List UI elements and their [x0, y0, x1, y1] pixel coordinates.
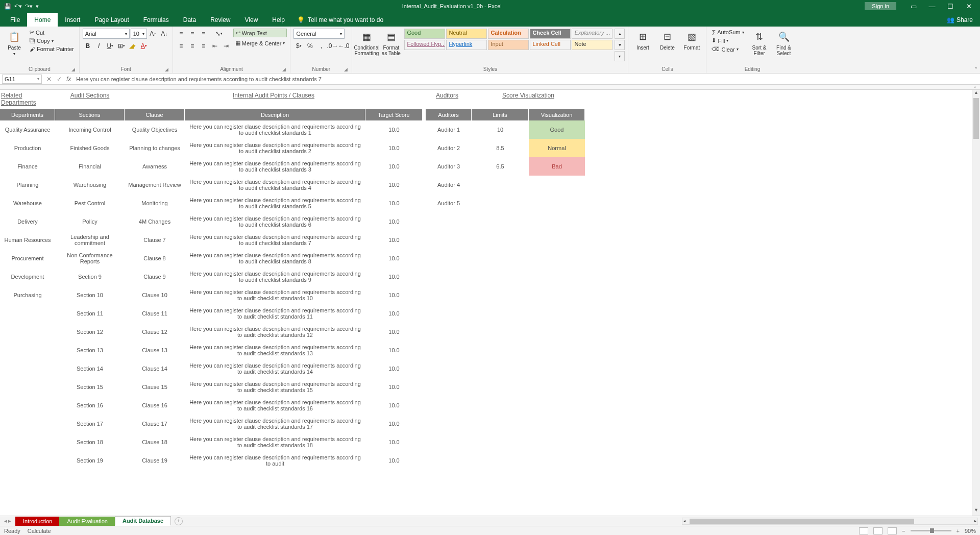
- vertical-scrollbar[interactable]: ▲ ▼: [972, 90, 980, 516]
- tab-home[interactable]: Home: [27, 13, 58, 27]
- increase-decimal-icon[interactable]: .0→: [327, 41, 337, 51]
- cell-section[interactable]: Warehousing: [55, 176, 125, 194]
- view-normal-icon[interactable]: [859, 527, 868, 534]
- cell-section[interactable]: Section 12: [55, 323, 125, 341]
- tab-help[interactable]: Help: [265, 13, 292, 27]
- table-row[interactable]: Section 12Clause 12Here you can register…: [0, 323, 980, 341]
- table-row[interactable]: Quality AssuranceIncoming ControlQuality…: [0, 120, 980, 139]
- zoom-out-icon[interactable]: −: [902, 528, 905, 534]
- number-format-combo[interactable]: General▾: [293, 29, 345, 39]
- underline-button[interactable]: U▾: [105, 41, 115, 51]
- copy-button[interactable]: ⿻Copy▾: [28, 37, 76, 44]
- table-row[interactable]: Section 18Clause 18Here you can register…: [0, 433, 980, 451]
- cell-target[interactable]: 10.0: [365, 212, 423, 231]
- table-row[interactable]: FinanceFinancialAwarnessHere you can reg…: [0, 157, 980, 176]
- style-linked-cell[interactable]: Linked Cell: [530, 40, 571, 50]
- cell-visualization[interactable]: [529, 451, 585, 470]
- cell-limit[interactable]: [472, 249, 529, 268]
- align-left-icon[interactable]: ≡: [176, 41, 186, 51]
- table-row[interactable]: ProcurementNon Conformance ReportsClause…: [0, 249, 980, 268]
- border-button[interactable]: ⊞▾: [116, 41, 127, 51]
- cell-description[interactable]: Here you can register clause description…: [185, 176, 365, 194]
- cell-limit[interactable]: [472, 286, 529, 304]
- sign-in-button[interactable]: Sign in: [865, 2, 896, 10]
- cell-auditor[interactable]: [426, 212, 472, 231]
- cell-clause[interactable]: Clause 15: [125, 378, 185, 396]
- cell-auditor[interactable]: [426, 341, 472, 359]
- style-good[interactable]: Good: [404, 29, 445, 39]
- cell-clause[interactable]: Clause 10: [125, 286, 185, 304]
- table-row[interactable]: Human ResourcesLeadership and commitment…: [0, 231, 980, 249]
- cell-target[interactable]: 10.0: [365, 396, 423, 415]
- cell-target[interactable]: 10.0: [365, 378, 423, 396]
- cell-description[interactable]: Here you can register clause description…: [185, 194, 365, 212]
- cell-clause[interactable]: Planning to changes: [125, 139, 185, 157]
- fx-icon[interactable]: fx: [66, 76, 71, 83]
- cell-clause[interactable]: Awarness: [125, 157, 185, 176]
- cell-department[interactable]: Quality Assurance: [0, 120, 55, 139]
- cell-limit[interactable]: [472, 451, 529, 470]
- cell-target[interactable]: 10.0: [365, 304, 423, 323]
- cell-visualization[interactable]: [529, 212, 585, 231]
- increase-indent-icon[interactable]: ⇥: [221, 41, 231, 51]
- cell-section[interactable]: Section 18: [55, 433, 125, 451]
- table-row[interactable]: WarehousePest ControlMonitoringHere you …: [0, 194, 980, 212]
- sheet-nav-last-icon[interactable]: ▸: [8, 518, 11, 524]
- insert-cells-button[interactable]: ⊞Insert: [631, 29, 654, 51]
- cell-visualization[interactable]: Bad: [529, 157, 585, 176]
- cell-clause[interactable]: Clause 8: [125, 249, 185, 268]
- cell-description[interactable]: Here you can register clause description…: [185, 120, 365, 139]
- tab-file[interactable]: File: [3, 13, 27, 27]
- cell-visualization[interactable]: [529, 194, 585, 212]
- cell-limit[interactable]: 6.5: [472, 157, 529, 176]
- decrease-decimal-icon[interactable]: ←.0: [338, 41, 349, 51]
- cancel-formula-icon[interactable]: ✕: [44, 76, 54, 83]
- cell-department[interactable]: Procurement: [0, 249, 55, 268]
- cell-auditor[interactable]: [426, 323, 472, 341]
- cell-clause[interactable]: Clause 9: [125, 268, 185, 286]
- cell-department[interactable]: Finance: [0, 157, 55, 176]
- decrease-indent-icon[interactable]: ⇤: [210, 41, 220, 51]
- cell-description[interactable]: Here you can register clause description…: [185, 359, 365, 378]
- scroll-down-icon[interactable]: ▼: [972, 507, 980, 516]
- cell-visualization[interactable]: [529, 359, 585, 378]
- cell-target[interactable]: 10.0: [365, 286, 423, 304]
- cell-description[interactable]: Here you can register clause description…: [185, 231, 365, 249]
- cell-target[interactable]: 10.0: [365, 341, 423, 359]
- cell-limit[interactable]: [472, 323, 529, 341]
- cell-section[interactable]: Section 13: [55, 341, 125, 359]
- cell-auditor[interactable]: [426, 286, 472, 304]
- cell-description[interactable]: Here you can register clause description…: [185, 451, 365, 470]
- formula-input[interactable]: Here you can register clause description…: [73, 76, 980, 82]
- cell-clause[interactable]: Clause 7: [125, 231, 185, 249]
- new-sheet-button[interactable]: +: [175, 517, 183, 525]
- cell-target[interactable]: 10.0: [365, 231, 423, 249]
- font-dialog-icon[interactable]: ◢: [165, 67, 168, 72]
- sort-filter-button[interactable]: ⇅Sort & Filter: [748, 29, 771, 56]
- cell-auditor[interactable]: [426, 249, 472, 268]
- wrap-text-button[interactable]: ↩Wrap Text: [233, 29, 287, 37]
- cell-description[interactable]: Here you can register clause description…: [185, 341, 365, 359]
- name-box[interactable]: G11▾: [2, 75, 42, 84]
- zoom-in-icon[interactable]: +: [957, 528, 960, 534]
- link-sections[interactable]: Audit Sections: [55, 92, 125, 106]
- align-bottom-icon[interactable]: ≡: [199, 29, 209, 39]
- view-page-layout-icon[interactable]: [873, 527, 883, 534]
- sheet-tab-audit-database[interactable]: Audit Database: [115, 516, 171, 526]
- font-color-button[interactable]: A▾: [139, 41, 149, 51]
- link-auditors[interactable]: Auditors: [423, 92, 472, 106]
- cell-visualization[interactable]: [529, 433, 585, 451]
- cell-department[interactable]: [0, 341, 55, 359]
- share-button[interactable]: 👥Share: [940, 13, 980, 27]
- cell-limit[interactable]: [472, 176, 529, 194]
- cell-section[interactable]: Leadership and commitment: [55, 231, 125, 249]
- cell-description[interactable]: Here you can register clause description…: [185, 415, 365, 433]
- percent-icon[interactable]: %: [305, 41, 315, 51]
- tell-me[interactable]: 💡Tell me what you want to do: [292, 13, 388, 27]
- cell-target[interactable]: 10.0: [365, 359, 423, 378]
- cell-visualization[interactable]: [529, 304, 585, 323]
- cell-visualization[interactable]: [529, 176, 585, 194]
- cell-section[interactable]: Non Conformance Reports: [55, 249, 125, 268]
- cell-visualization[interactable]: [529, 341, 585, 359]
- scroll-up-icon[interactable]: ▲: [972, 90, 980, 98]
